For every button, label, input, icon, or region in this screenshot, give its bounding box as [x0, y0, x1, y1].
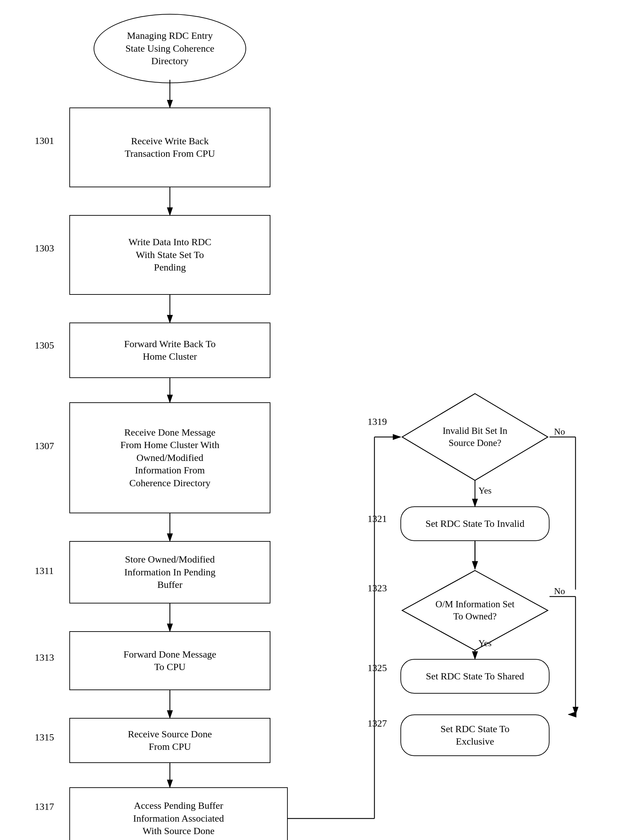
- label-1321: Set RDC State To Invalid: [426, 518, 524, 530]
- label-1313: Forward Done MessageTo CPU: [123, 648, 216, 673]
- box-1313: Forward Done MessageTo CPU: [69, 631, 270, 690]
- label-1307: Receive Done MessageFrom Home Cluster Wi…: [120, 426, 219, 489]
- box-1317: Access Pending BufferInformation Associa…: [69, 787, 288, 840]
- box-1307: Receive Done MessageFrom Home Cluster Wi…: [69, 402, 270, 513]
- label-1323: O/M Information SetTo Owned?: [432, 598, 518, 622]
- label-1315: Receive Source DoneFrom CPU: [128, 728, 212, 753]
- label-1305: Forward Write Back ToHome Cluster: [124, 338, 216, 363]
- step-num-1325: 1325: [368, 662, 387, 673]
- label-1301: Receive Write BackTransaction From CPU: [125, 135, 215, 160]
- step-num-1303: 1303: [35, 243, 54, 254]
- yes-label-1319: Yes: [478, 486, 491, 496]
- step-num-1301: 1301: [35, 135, 54, 146]
- step-num-1305: 1305: [35, 340, 54, 351]
- step-num-1317: 1317: [35, 801, 54, 812]
- diamond-1323: O/M Information SetTo Owned?: [400, 569, 549, 652]
- diagram-container: Managing RDC EntryState Using CoherenceD…: [0, 0, 640, 840]
- no-label-1323: No: [554, 586, 565, 596]
- box-1327: Set RDC State ToExclusive: [400, 715, 549, 756]
- start-ellipse: Managing RDC EntryState Using CoherenceD…: [94, 14, 246, 83]
- box-1311: Store Owned/ModifiedInformation In Pendi…: [69, 541, 270, 603]
- box-1305: Forward Write Back ToHome Cluster: [69, 322, 270, 378]
- diamond-1319: Invalid Bit Set InSource Done?: [400, 392, 549, 482]
- box-1301: Receive Write BackTransaction From CPU: [69, 107, 270, 187]
- label-1303: Write Data Into RDCWith State Set ToPend…: [128, 236, 211, 274]
- box-1315: Receive Source DoneFrom CPU: [69, 718, 270, 763]
- label-1311: Store Owned/ModifiedInformation In Pendi…: [125, 553, 216, 591]
- yes-label-1323: Yes: [478, 638, 491, 649]
- label-1327: Set RDC State ToExclusive: [441, 723, 510, 748]
- box-1303: Write Data Into RDCWith State Set ToPend…: [69, 215, 270, 295]
- step-num-1311: 1311: [35, 565, 54, 576]
- step-num-1321: 1321: [368, 513, 387, 524]
- no-label-1319: No: [554, 426, 565, 437]
- step-num-1313: 1313: [35, 652, 54, 663]
- step-num-1319: 1319: [368, 416, 387, 427]
- label-1317: Access Pending BufferInformation Associa…: [133, 800, 224, 837]
- start-label: Managing RDC EntryState Using CoherenceD…: [125, 29, 214, 67]
- box-1321: Set RDC State To Invalid: [400, 507, 549, 541]
- step-num-1307: 1307: [35, 441, 54, 452]
- step-num-1315: 1315: [35, 732, 54, 743]
- label-1319: Invalid Bit Set InSource Done?: [439, 425, 511, 449]
- step-num-1327: 1327: [368, 718, 387, 729]
- box-1325: Set RDC State To Shared: [400, 659, 549, 694]
- label-1325: Set RDC State To Shared: [426, 670, 524, 683]
- step-num-1323: 1323: [368, 583, 387, 594]
